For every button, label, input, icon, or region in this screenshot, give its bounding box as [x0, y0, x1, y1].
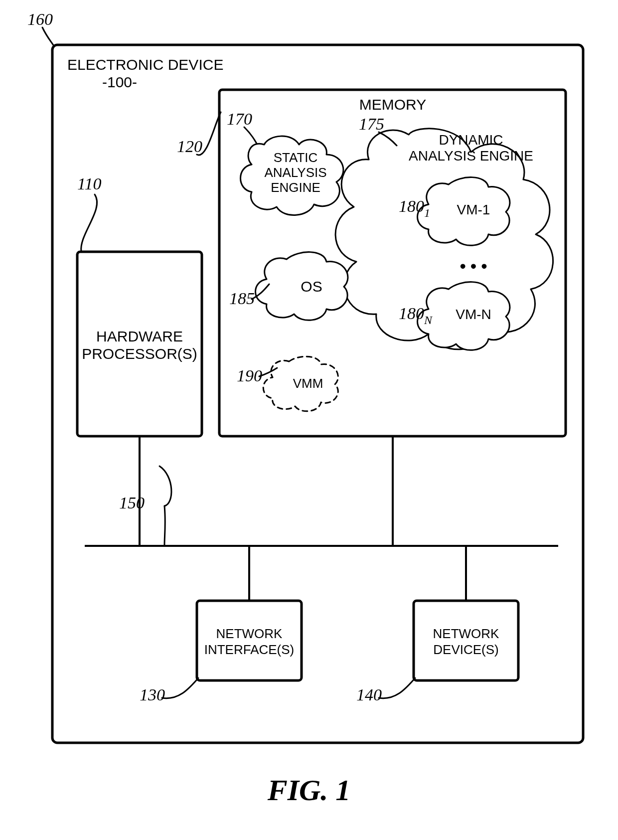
- memory-label: MEMORY: [359, 96, 426, 113]
- electronic-device-title: ELECTRONIC DEVICE: [67, 56, 223, 73]
- ref-110: 110: [77, 174, 101, 193]
- ref-120: 120: [177, 137, 202, 156]
- vm-ellipsis: • • •: [460, 256, 487, 275]
- vm1-label: VM-1: [457, 202, 490, 217]
- vmm-label: VMM: [293, 376, 323, 391]
- processor-label-2: PROCESSOR(S): [82, 345, 197, 362]
- ref-175: 175: [359, 115, 384, 133]
- netif-l1: NETWORK: [216, 626, 283, 641]
- ref-185: 185: [229, 289, 255, 308]
- lead-160: [42, 27, 54, 46]
- electronic-device-subref: -100-: [102, 74, 137, 90]
- ref-190: 190: [237, 366, 262, 385]
- figure-label: FIG. 1: [267, 774, 351, 807]
- dynamic-l1: DYNAMIC: [439, 132, 503, 148]
- netdev-l1: NETWORK: [433, 626, 500, 641]
- static-l2: ANALYSIS: [264, 165, 326, 180]
- ref-160: 160: [27, 10, 53, 28]
- os-label: OS: [301, 278, 322, 295]
- netdev-l2: DEVICE(S): [433, 642, 498, 657]
- vmn-label: VM-N: [456, 307, 491, 322]
- diagram-canvas: ELECTRONIC DEVICE -100- 160 HARDWARE PRO…: [0, 0, 618, 840]
- dynamic-l2: ANALYSIS ENGINE: [409, 148, 533, 164]
- ref-130: 130: [140, 685, 165, 704]
- ref-170: 170: [227, 110, 252, 128]
- netif-l2: INTERFACE(S): [204, 642, 295, 657]
- ref-140: 140: [356, 685, 382, 704]
- processor-label-1: HARDWARE: [96, 328, 183, 344]
- static-l3: ENGINE: [271, 180, 320, 195]
- ref-150: 150: [119, 494, 145, 512]
- static-l1: STATIC: [274, 150, 318, 165]
